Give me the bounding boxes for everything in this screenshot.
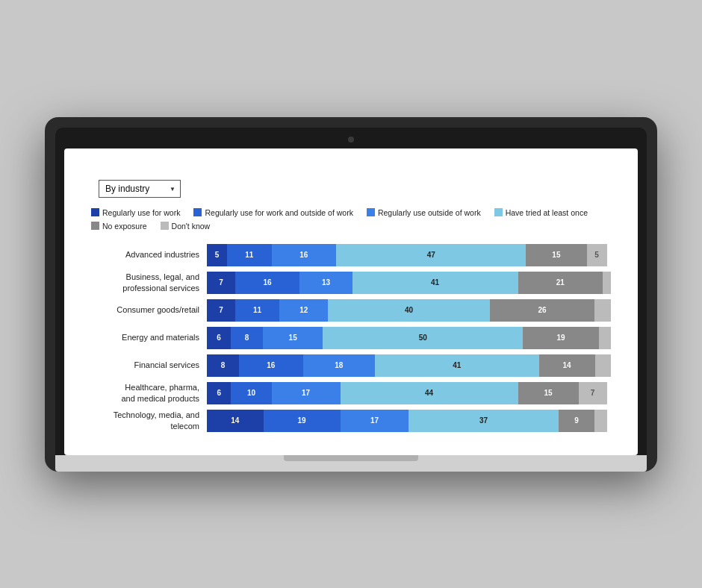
legend-color-royal-blue bbox=[367, 208, 375, 216]
segment-6-4: 9 bbox=[559, 410, 595, 432]
segment-6-3: 37 bbox=[409, 410, 558, 432]
row-label-0: Advanced industries bbox=[91, 249, 207, 260]
segment-1-2: 13 bbox=[299, 272, 352, 294]
table-row: Consumer goods/retail711124026 bbox=[91, 299, 611, 322]
laptop-base bbox=[55, 455, 647, 472]
segment-1-4: 21 bbox=[518, 272, 603, 294]
segment-6-1: 19 bbox=[264, 410, 341, 432]
legend-label-dark-blue: Regularly use for work bbox=[102, 208, 180, 217]
bar-3: 68155019 bbox=[207, 327, 611, 349]
select-row: By industry By region By seniority bbox=[91, 180, 611, 198]
row-label-6: Technology, media, andtelecom bbox=[91, 410, 207, 431]
legend-item-dark-blue: Regularly use for work bbox=[91, 208, 180, 217]
table-row: Financial services816184114 bbox=[91, 354, 611, 377]
segment-2-2: 12 bbox=[279, 299, 328, 322]
legend-item-medium-blue: Regularly use for work and outside of wo… bbox=[193, 208, 352, 217]
segment-4-5 bbox=[595, 354, 611, 377]
bar-5: 6101744157 bbox=[207, 382, 611, 404]
segment-5-2: 17 bbox=[272, 382, 341, 404]
legend-color-gray bbox=[91, 222, 99, 230]
segment-2-0: 7 bbox=[207, 299, 235, 322]
segment-4-4: 14 bbox=[539, 354, 595, 377]
row-label-1: Business, legal, andprofessional service… bbox=[91, 272, 207, 293]
table-row: Energy and materials68155019 bbox=[91, 327, 611, 349]
content-area: By industry By region By seniority Regul… bbox=[64, 148, 638, 455]
segment-4-1: 16 bbox=[239, 354, 303, 377]
screen-bezel: By industry By region By seniority Regul… bbox=[55, 128, 647, 455]
segment-6-2: 17 bbox=[341, 410, 409, 432]
bar-6: 141917379 bbox=[207, 410, 611, 432]
segment-6-0: 14 bbox=[207, 410, 264, 432]
segment-2-5 bbox=[594, 299, 611, 322]
bar-2: 711124026 bbox=[207, 299, 611, 322]
legend-label-medium-blue: Regularly use for work and outside of wo… bbox=[205, 208, 352, 217]
legend: Regularly use for work Regularly use for… bbox=[91, 208, 611, 231]
segment-5-1: 10 bbox=[231, 382, 271, 404]
legend-item-royal-blue: Regularly use outside of work bbox=[367, 208, 481, 217]
segment-0-1: 11 bbox=[227, 244, 272, 266]
segment-0-2: 16 bbox=[272, 244, 337, 266]
legend-label-gray: No exposure bbox=[102, 222, 147, 231]
segment-3-2: 15 bbox=[263, 327, 323, 349]
legend-color-light-gray bbox=[161, 222, 169, 230]
legend-color-medium-blue bbox=[193, 208, 202, 216]
row-label-2: Consumer goods/retail bbox=[91, 304, 207, 315]
segment-3-5 bbox=[599, 327, 611, 349]
table-row: Advanced industries5111647155 bbox=[91, 244, 611, 266]
legend-color-dark-blue bbox=[91, 208, 99, 216]
table-row: Healthcare, pharma,and medical products6… bbox=[91, 382, 611, 404]
segment-3-4: 19 bbox=[523, 327, 599, 349]
camera bbox=[348, 137, 354, 143]
legend-label-royal-blue: Regularly use outside of work bbox=[378, 208, 481, 217]
bar-4: 816184114 bbox=[207, 354, 611, 377]
segment-2-4: 26 bbox=[490, 299, 595, 322]
segment-3-1: 8 bbox=[231, 327, 263, 349]
segment-6-5 bbox=[594, 410, 606, 432]
row-label-4: Financial services bbox=[91, 360, 207, 370]
laptop-frame: By industry By region By seniority Regul… bbox=[45, 117, 657, 472]
segment-1-5 bbox=[603, 272, 611, 294]
segment-0-3: 47 bbox=[336, 244, 526, 266]
table-row: Technology, media, andtelecom141917379 bbox=[91, 410, 611, 432]
segment-0-4: 15 bbox=[526, 244, 586, 266]
table-row: Business, legal, andprofessional service… bbox=[91, 272, 611, 294]
legend-color-light-blue bbox=[494, 208, 503, 216]
segment-4-0: 8 bbox=[207, 354, 239, 377]
segment-3-0: 6 bbox=[207, 327, 231, 349]
select-wrapper[interactable]: By industry By region By seniority bbox=[99, 180, 181, 198]
segment-5-5: 7 bbox=[579, 382, 607, 404]
demographic-select[interactable]: By industry By region By seniority bbox=[99, 180, 181, 198]
segment-4-2: 18 bbox=[303, 354, 375, 377]
segment-5-4: 15 bbox=[518, 382, 579, 404]
row-label-5: Healthcare, pharma,and medical products bbox=[91, 382, 207, 404]
legend-item-light-gray: Don't know bbox=[161, 222, 211, 231]
segment-0-0: 5 bbox=[207, 244, 227, 266]
segment-0-5: 5 bbox=[587, 244, 607, 266]
legend-item-gray: No exposure bbox=[91, 222, 147, 231]
segment-2-3: 40 bbox=[328, 299, 489, 322]
segment-1-3: 41 bbox=[352, 272, 518, 294]
row-label-3: Energy and materials bbox=[91, 332, 207, 343]
chart-area: Advanced industries5111647155Business, l… bbox=[91, 244, 611, 432]
legend-item-light-blue: Have tried at least once bbox=[494, 208, 588, 217]
bar-0: 5111647155 bbox=[207, 244, 611, 266]
segment-5-0: 6 bbox=[207, 382, 231, 404]
segment-4-3: 41 bbox=[375, 354, 539, 377]
segment-1-1: 16 bbox=[235, 272, 300, 294]
segment-3-3: 50 bbox=[323, 327, 523, 349]
segment-2-1: 11 bbox=[235, 299, 280, 322]
screen: By industry By region By seniority Regul… bbox=[64, 148, 638, 455]
segment-5-3: 44 bbox=[341, 382, 518, 404]
bar-1: 716134121 bbox=[207, 272, 611, 294]
legend-label-light-gray: Don't know bbox=[172, 222, 211, 231]
legend-label-light-blue: Have tried at least once bbox=[506, 208, 588, 217]
segment-1-0: 7 bbox=[207, 272, 235, 294]
